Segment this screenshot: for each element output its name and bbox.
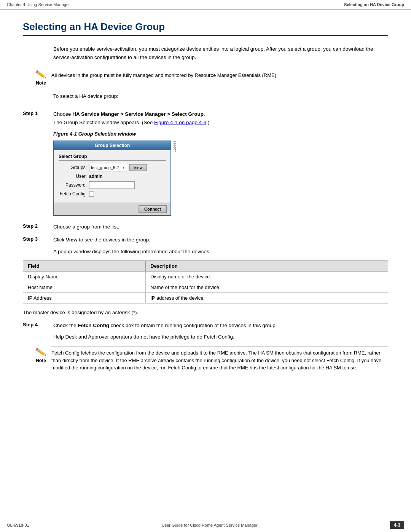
groups-dropdown[interactable]: test_group_5.2 ▼ [89, 164, 127, 171]
main-content: Selecting an HA Device Group Before you … [0, 10, 411, 402]
chapter-header: Chapter 4 Using Service Manager [7, 2, 70, 7]
groups-row: Groups: test_group_5.2 ▼ View [59, 164, 166, 171]
fetch-config-checkbox[interactable] [89, 192, 94, 197]
step1-divider [23, 106, 388, 106]
note-text-1: All devices in the group must be fully m… [51, 69, 388, 79]
procedure-intro: To select a HA device group: [53, 93, 388, 99]
dialog-body: Select Group Groups: test_group_5.2 ▼ Vi… [54, 150, 170, 203]
step-4-bold: Fetch Config [78, 323, 110, 328]
desc-ip-address: IP address of the device. [146, 292, 388, 303]
col-header-description: Description [146, 260, 388, 271]
step-4-label: Step 4 [23, 321, 53, 328]
step-1-text-post: . [204, 111, 205, 117]
step-3-label: Step 3 [23, 236, 53, 242]
step-3-bold: View [66, 237, 78, 243]
step-2-row: Step 2 Choose a group from the list. [23, 223, 388, 231]
field-host-name: Host Name [23, 282, 146, 292]
page-title: Selecting an HA Device Group [23, 21, 388, 36]
step-4-post: check box to obtain the running configur… [109, 323, 277, 328]
user-label: User: [59, 174, 89, 179]
view-button[interactable]: View [129, 164, 147, 171]
step-3-content: Click View to see the devices in the gro… [53, 236, 388, 244]
note-label-1: Note [36, 80, 46, 86]
table-row: IP Address IP address of the device. [23, 292, 388, 303]
groups-value: test_group_5.2 [91, 165, 119, 170]
footer-center: User Guide for Cisco Home Agent Service … [162, 523, 258, 527]
step-1-text-bold: HA Service Manger > Service Manager > Se… [72, 111, 204, 117]
fetch-config-label: Fetch Config: [59, 191, 89, 197]
dropdown-arrow-icon: ▼ [122, 166, 125, 169]
section-header: Selecting an HA Device Group [344, 2, 404, 7]
pencil-icon: ✏️ [35, 69, 47, 80]
step-2-label: Step 2 [23, 223, 53, 229]
note-icon-2: ✏️ Note [30, 347, 51, 363]
figure-caption: Figure 4-1 Group Selection window [53, 131, 388, 137]
top-bar: Chapter 4 Using Service Manager Selectin… [0, 0, 411, 10]
fetch-config-row: Fetch Config: [59, 191, 166, 197]
intro-paragraph: Before you enable service-activation, yo… [53, 45, 388, 61]
dialog-title-bar: Group Selection [54, 141, 170, 150]
note2-bold: Fetch Config [327, 358, 355, 363]
desc-host-name: Name of the host for the device. [146, 282, 388, 292]
groups-dropdown-wrapper: test_group_5.2 ▼ View [89, 164, 147, 171]
master-note: The master device is designated by an as… [23, 310, 388, 315]
step-2-content: Choose a group from the list. [53, 223, 388, 231]
step-4-pre: Check the [53, 323, 78, 328]
figure-link[interactable]: Figure 4-1 on page 4-3 [154, 120, 206, 125]
col-header-field: Field [23, 260, 146, 271]
group-selection-dialog: Group Selection Select Group Groups: tes… [53, 141, 171, 216]
note-text-2: Fetch Config fetches the configuration f… [51, 347, 388, 372]
note-icon-1: ✏️ Note [30, 69, 51, 86]
footer-left: OL-6918-01 [7, 523, 29, 527]
password-label: Password: [59, 182, 89, 188]
password-row: Password: [59, 181, 166, 189]
table-header-row: Field Description [23, 260, 388, 271]
step-3-row: Step 3 Click View to see the devices in … [23, 236, 388, 244]
pencil-icon-2: ✏️ [35, 347, 47, 358]
connect-button[interactable]: Connect [139, 205, 167, 213]
desc-display-name: Display name of the device. [146, 271, 388, 282]
user-value: admin [89, 174, 102, 179]
step-3-pre: Click [53, 237, 66, 243]
password-input[interactable] [89, 181, 135, 189]
table-row: Host Name Name of the host for the devic… [23, 282, 388, 292]
popup-intro: A popup window displays the following in… [53, 249, 388, 254]
help-desk-note: Help Desk and Approver operators do not … [53, 334, 388, 340]
dialog-footer: Connect [54, 203, 170, 215]
step-4-content: Check the Fetch Config check box to obta… [53, 321, 388, 330]
step-1-content: Choose HA Service Manger > Service Manag… [53, 110, 388, 126]
dialog-side-label: 129935 [173, 141, 177, 156]
page-number: 4-3 [390, 521, 404, 529]
note-label-2: Note [36, 358, 46, 363]
groups-label: Groups: [59, 165, 89, 170]
table-row: Display Name Display name of the device. [23, 271, 388, 282]
user-row: User: admin [59, 174, 166, 179]
figure-caption-text: Figure 4-1 Group Selection window [53, 131, 136, 137]
step-1-row: Step 1 Choose HA Service Manger > Servic… [23, 110, 388, 126]
info-table: Field Description Display Name Display n… [23, 260, 388, 304]
step-4-row: Step 4 Check the Fetch Config check box … [23, 321, 388, 330]
field-ip-address: IP Address [23, 292, 146, 303]
dialog-container: Group Selection Select Group Groups: tes… [53, 141, 388, 216]
field-display-name: Display Name [23, 271, 146, 282]
step-1-subtext: The Group Selection window appears. (See… [53, 120, 210, 125]
step-3-post: to see the devices in the group. [78, 237, 150, 243]
step-1-label: Step 1 [23, 110, 53, 116]
bottom-bar: OL-6918-01 User Guide for Cisco Home Age… [0, 518, 411, 532]
dialog-section-label: Select Group [59, 154, 166, 161]
note-block-2: ✏️ Note Fetch Config fetches the configu… [30, 347, 388, 372]
note-block-1: ✏️ Note All devices in the group must be… [30, 69, 388, 86]
step-1-text-pre: Choose [53, 111, 72, 117]
